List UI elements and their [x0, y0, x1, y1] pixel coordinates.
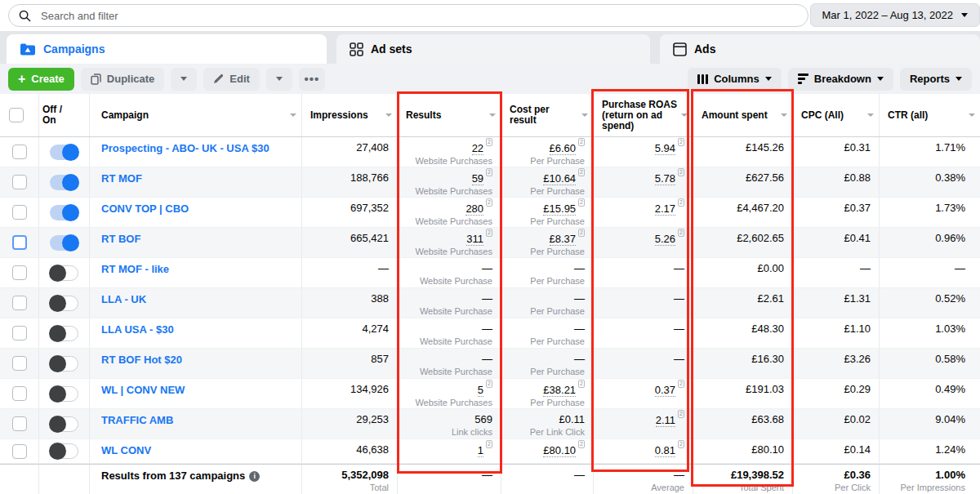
results-cell: — Website Purchase — [398, 349, 501, 378]
sort-caret-icon[interactable] — [385, 113, 392, 117]
campaign-toggle[interactable] — [50, 235, 78, 251]
results-cell: 592 Website Purchases — [398, 167, 501, 197]
row-checkbox[interactable] — [12, 326, 27, 340]
campaign-link[interactable]: TRAFFIC AMB — [101, 409, 173, 426]
columns-button[interactable]: Columns — [688, 68, 782, 91]
campaign-toggle[interactable] — [50, 443, 78, 459]
row-checkbox[interactable] — [12, 145, 27, 159]
breakdown-button[interactable]: Breakdown — [788, 68, 893, 91]
row-checkbox[interactable] — [12, 265, 27, 280]
campaign-toggle[interactable] — [50, 416, 78, 432]
header-purchase-roas-label: Purchase ROAS (return on ad spend) — [602, 100, 678, 131]
header-results[interactable]: Results — [398, 94, 501, 136]
header-campaign[interactable]: Campaign — [90, 94, 302, 136]
campaign-link[interactable]: Prospecting - ABO- UK - USA $30 — [101, 137, 270, 154]
results-type-label: Website Purchase — [406, 336, 492, 347]
sort-caret-icon[interactable] — [581, 113, 588, 117]
more-actions-button[interactable]: ••• — [299, 68, 325, 91]
campaign-name-cell: Prospecting - ABO- UK - USA $30 — [90, 137, 302, 167]
ctr-cell: 1.71% — [880, 137, 980, 167]
header-cost-per-result[interactable]: Cost per result — [501, 94, 594, 136]
campaign-link[interactable]: RT MOF — [101, 167, 142, 185]
campaign-toggle[interactable] — [50, 175, 78, 190]
info-icon[interactable]: i — [249, 471, 260, 482]
campaign-toggle[interactable] — [50, 265, 78, 281]
results-value: — — [482, 262, 492, 274]
sort-caret-icon[interactable] — [969, 113, 975, 117]
tab-ads[interactable]: Ads — [660, 34, 980, 64]
campaigns-table: Off / On Campaign Impressions Results Co… — [0, 94, 980, 494]
row-checkbox[interactable] — [12, 416, 27, 431]
campaign-link[interactable]: LLA USA - $30 — [101, 318, 174, 336]
campaign-name-cell: TRAFFIC AMB — [90, 409, 302, 438]
campaign-toggle[interactable] — [50, 326, 78, 341]
search-bar[interactable] — [8, 4, 808, 27]
duplicate-dropdown-button[interactable] — [171, 68, 197, 91]
amount-spent-value: £16.30 — [751, 353, 784, 365]
sort-caret-icon[interactable] — [290, 113, 296, 117]
row-checkbox[interactable] — [12, 386, 27, 401]
row-checkbox[interactable] — [12, 205, 27, 220]
toggle-knob — [62, 204, 79, 221]
reports-button[interactable]: Reports — [900, 68, 972, 91]
cost-per-result-cell: £38.212 Per Purchase — [501, 379, 594, 408]
header-ctr[interactable]: CTR (all) — [880, 94, 980, 136]
row-toggle-cell — [39, 409, 90, 438]
table-body: Prospecting - ABO- UK - USA $30 27,408 2… — [0, 137, 980, 464]
row-checkbox[interactable] — [12, 356, 27, 371]
impressions-cell: 4,274 — [302, 318, 398, 348]
select-all-checkbox[interactable] — [9, 108, 24, 122]
edit-dropdown-button[interactable] — [266, 68, 292, 91]
campaign-link[interactable]: RT BOF Hot $20 — [101, 349, 182, 366]
ctr-value: 0.38% — [935, 171, 965, 184]
campaign-link[interactable]: WL | CONV NEW — [101, 379, 185, 396]
toggle-knob — [49, 295, 66, 312]
results-type-label: Website Purchases — [406, 216, 492, 227]
search-input[interactable] — [39, 9, 798, 23]
attribution-badge: 2 — [678, 198, 684, 207]
header-amount-spent-label: Amount spent — [702, 110, 768, 121]
sort-caret-icon[interactable] — [489, 113, 496, 117]
campaign-link[interactable]: WL CONV — [101, 439, 151, 456]
row-toggle-cell — [39, 167, 90, 197]
header-purchase-roas[interactable]: Purchase ROAS (return on ad spend) — [594, 94, 693, 136]
amount-spent-value: £80.10 — [751, 443, 784, 456]
header-amount-spent[interactable]: Amount spent — [693, 94, 793, 136]
impressions-cell: — — [302, 258, 398, 287]
row-select-cell — [0, 439, 39, 463]
tab-campaigns[interactable]: Campaigns — [7, 34, 327, 64]
row-checkbox[interactable] — [12, 444, 27, 459]
purchase-roas-cell: 0.812 — [594, 439, 693, 463]
row-checkbox[interactable] — [12, 296, 27, 310]
header-impressions[interactable]: Impressions — [302, 94, 398, 136]
sort-caret-icon[interactable] — [781, 113, 787, 117]
date-range-button[interactable]: Mar 1, 2022 – Aug 13, 2022 — [810, 3, 980, 27]
footer-roas-total: — — [602, 470, 684, 481]
chevron-down-icon — [956, 77, 962, 81]
attribution-badge: 2 — [578, 168, 585, 176]
campaign-link[interactable]: CONV TOP | CBO — [101, 198, 189, 215]
row-checkbox[interactable] — [12, 175, 27, 189]
sort-caret-icon[interactable] — [681, 113, 688, 117]
edit-button[interactable]: Edit — [203, 68, 260, 91]
cpc-value: £0.41 — [844, 232, 871, 244]
impressions-value: 29,253 — [356, 413, 389, 425]
results-type-label: Link clicks — [406, 427, 492, 438]
tab-ad-sets[interactable]: Ad sets — [336, 34, 650, 64]
row-checkbox[interactable] — [12, 235, 27, 250]
campaign-toggle[interactable] — [50, 296, 78, 311]
create-button[interactable]: + Create — [8, 68, 74, 91]
campaign-toggle[interactable] — [50, 356, 78, 372]
campaign-toggle[interactable] — [50, 386, 78, 402]
header-cpc[interactable]: CPC (All) — [793, 94, 880, 136]
campaign-toggle[interactable] — [50, 205, 78, 220]
campaign-link[interactable]: RT BOF — [101, 228, 140, 245]
campaign-link[interactable]: RT MOF - like — [101, 258, 169, 275]
attribution-badge: 2 — [578, 198, 585, 207]
campaign-link[interactable]: LLA - UK — [101, 288, 146, 305]
sort-caret-icon[interactable] — [867, 113, 874, 117]
amount-spent-cell: £80.10 — [693, 439, 793, 463]
duplicate-button[interactable]: Duplicate — [81, 68, 165, 91]
table-row: RT BOF Hot $20 857 — Website Purchase — … — [0, 349, 980, 379]
campaign-toggle[interactable] — [50, 145, 78, 160]
